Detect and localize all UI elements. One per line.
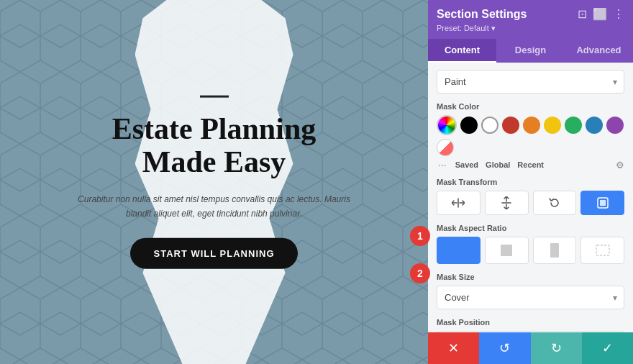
mask-size-row: Mask Size Cover Contain Auto xyxy=(437,273,624,309)
rotate-btn[interactable] xyxy=(533,191,577,215)
color-orange[interactable] xyxy=(523,117,540,134)
mask-color-label: Mask Color xyxy=(437,102,624,111)
color-row xyxy=(437,115,624,156)
responsive-icon[interactable]: ⊡ xyxy=(578,7,587,21)
dash-line xyxy=(200,96,229,98)
mask-aspect-ratio-label: Mask Aspect Ratio xyxy=(437,224,624,232)
panel-body: Paint None Color Mask Color xyxy=(428,63,633,332)
flip-v-icon xyxy=(501,196,511,209)
paint-select[interactable]: Paint None Color xyxy=(437,70,624,94)
rotate-icon xyxy=(549,197,560,209)
svg-rect-1 xyxy=(600,200,606,206)
mask-position-select-wrapper: Center Top Bottom Left Right xyxy=(437,331,624,332)
invert-btn[interactable] xyxy=(580,191,624,215)
flip-h-btn[interactable] xyxy=(437,191,481,215)
panel-header-icons: ⊡ ⬜ ⋮ xyxy=(578,7,624,21)
ar-auto-btn[interactable] xyxy=(580,237,624,264)
badge-1: 1 xyxy=(410,226,430,246)
color-white[interactable] xyxy=(481,117,498,134)
color-green[interactable] xyxy=(565,117,582,134)
paint-dropdown-row: Paint None Color xyxy=(437,70,624,94)
saved-global-row: ··· Saved Global Recent ⚙ xyxy=(437,159,624,170)
invert-icon xyxy=(597,197,609,209)
color-black[interactable] xyxy=(460,117,478,134)
more-icon[interactable]: ⋮ xyxy=(613,7,624,21)
svg-rect-3 xyxy=(501,245,512,256)
ar-wide-btn[interactable] xyxy=(437,237,481,264)
ar-wide-icon xyxy=(450,245,467,256)
recent-label: Recent xyxy=(517,160,544,169)
mask-size-label: Mask Size xyxy=(437,273,624,281)
color-diagonal[interactable] xyxy=(437,139,454,156)
fullscreen-icon[interactable]: ⬜ xyxy=(593,7,607,21)
tab-content[interactable]: Content xyxy=(428,39,496,63)
badge-2: 2 xyxy=(410,263,430,283)
mask-transform-label: Mask Transform xyxy=(437,178,624,186)
sub-text: Curabitur non nulla sit amet nisl tempus… xyxy=(78,193,351,220)
svg-rect-2 xyxy=(450,247,466,254)
main-heading: Estate Planning Made Easy xyxy=(78,112,351,178)
mask-position-label: Mask Position xyxy=(437,318,624,327)
tab-advanced[interactable]: Advanced xyxy=(565,39,633,63)
cancel-button[interactable]: ✕ xyxy=(428,332,479,364)
color-blue[interactable] xyxy=(586,117,603,134)
flip-v-btn[interactable] xyxy=(485,191,529,215)
svg-rect-5 xyxy=(596,245,609,255)
settings-panel: Section Settings ⊡ ⬜ ⋮ Preset: Default ▾… xyxy=(428,0,633,364)
ar-tall-icon xyxy=(550,242,560,258)
ar-tall-btn[interactable] xyxy=(533,237,577,264)
color-purple[interactable] xyxy=(606,117,624,134)
main-content-area: Estate Planning Made Easy Curabitur non … xyxy=(0,0,428,364)
svg-rect-4 xyxy=(550,243,559,258)
redo-button[interactable]: ↻ xyxy=(531,332,582,364)
mask-size-select-wrapper: Cover Contain Auto xyxy=(437,286,624,309)
ar-auto-icon xyxy=(596,245,610,256)
color-red[interactable] xyxy=(502,117,519,134)
color-gradient[interactable] xyxy=(437,115,457,135)
ar-square-icon xyxy=(500,244,513,257)
paint-select-wrapper: Paint None Color xyxy=(437,70,624,94)
global-label: Global xyxy=(486,160,510,169)
color-settings-icon[interactable]: ⚙ xyxy=(616,160,624,170)
color-yellow[interactable] xyxy=(544,117,561,134)
preset-label[interactable]: Preset: Default ▾ xyxy=(437,24,624,33)
panel-footer: ✕ ↺ ↻ ✓ xyxy=(428,332,633,364)
flip-h-icon xyxy=(452,198,465,208)
aspect-ratio-row xyxy=(437,237,624,264)
panel-header: Section Settings ⊡ ⬜ ⋮ Preset: Default ▾ xyxy=(428,0,633,39)
transform-buttons xyxy=(437,191,624,215)
reset-button[interactable]: ↺ xyxy=(479,332,530,364)
more-colors-btn[interactable]: ··· xyxy=(437,159,448,170)
mask-position-row: Mask Position Center Top Bottom Left Rig… xyxy=(437,318,624,332)
cta-button[interactable]: Start Will Planning xyxy=(130,237,297,268)
mask-position-select[interactable]: Center Top Bottom Left Right xyxy=(437,331,624,332)
content-center: Estate Planning Made Easy Curabitur non … xyxy=(78,96,351,269)
confirm-button[interactable]: ✓ xyxy=(582,332,633,364)
ar-square-btn[interactable] xyxy=(485,237,529,264)
tab-design[interactable]: Design xyxy=(496,39,565,63)
panel-header-top: Section Settings ⊡ ⬜ ⋮ xyxy=(437,7,624,21)
tabs-bar: Content Design Advanced xyxy=(428,39,633,63)
mask-size-select[interactable]: Cover Contain Auto xyxy=(437,286,624,309)
panel-title: Section Settings xyxy=(437,8,527,21)
saved-label: Saved xyxy=(455,160,478,169)
